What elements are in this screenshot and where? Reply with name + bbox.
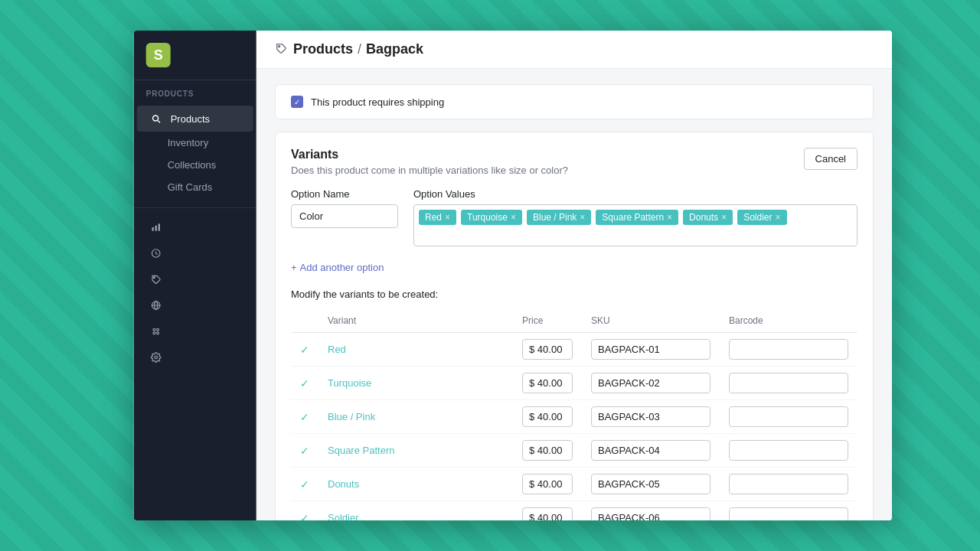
row-sku-1 bbox=[582, 367, 720, 400]
sidebar-item-discounts[interactable] bbox=[137, 266, 253, 292]
table-row: ✓ Soldier bbox=[291, 501, 858, 521]
sku-input-0[interactable] bbox=[591, 339, 710, 360]
variant-link-0[interactable]: Red bbox=[328, 344, 346, 355]
row-check-3: ✓ bbox=[291, 434, 318, 468]
variant-link-4[interactable]: Donuts bbox=[328, 478, 359, 490]
tag-donuts-remove[interactable]: × bbox=[721, 213, 727, 222]
shipping-label: This product requires shipping bbox=[311, 96, 444, 108]
svg-rect-0 bbox=[152, 227, 153, 231]
variant-link-1[interactable]: Turquoise bbox=[328, 377, 371, 389]
row-check-5: ✓ bbox=[291, 501, 318, 521]
inventory-label: Inventory bbox=[168, 137, 208, 148]
row-sku-3 bbox=[582, 434, 720, 468]
variants-table-section: Modify the variants to be created: Varia… bbox=[291, 289, 858, 520]
sidebar-item-analytics[interactable] bbox=[137, 214, 253, 240]
row-barcode-3 bbox=[720, 434, 858, 468]
settings-icon bbox=[149, 350, 163, 364]
tag-input[interactable] bbox=[419, 230, 852, 241]
option-name-input[interactable] bbox=[291, 204, 398, 228]
price-input-0[interactable] bbox=[522, 339, 573, 360]
marketing-icon bbox=[149, 246, 163, 260]
sidebar-item-inventory[interactable]: Inventory bbox=[134, 132, 256, 154]
cancel-button[interactable]: Cancel bbox=[803, 148, 857, 170]
main-content: Products / Bagpack ✓ This product requir… bbox=[256, 31, 892, 520]
barcode-input-4[interactable] bbox=[729, 474, 848, 494]
shipping-check-icon: ✓ bbox=[291, 96, 303, 108]
sidebar-item-marketing[interactable] bbox=[137, 240, 253, 266]
sidebar-item-giftcards[interactable]: Gift Cards bbox=[134, 176, 256, 198]
breadcrumb-current: Bagpack bbox=[366, 41, 423, 57]
price-input-4[interactable] bbox=[522, 474, 573, 494]
tag-red-remove[interactable]: × bbox=[445, 213, 450, 222]
breadcrumb-root[interactable]: Products bbox=[293, 41, 353, 57]
row-sku-4 bbox=[582, 468, 720, 501]
sidebar-nav: Products Inventory Collections Gift Card… bbox=[134, 103, 256, 201]
svg-point-7 bbox=[157, 328, 159, 331]
row-price-3 bbox=[513, 434, 582, 468]
tag-turquoise-remove[interactable]: × bbox=[511, 213, 516, 222]
tag-soldier-remove[interactable]: × bbox=[775, 213, 780, 222]
col-header-check bbox=[291, 309, 318, 333]
price-input-2[interactable] bbox=[522, 406, 573, 427]
tag-blue-pink-remove[interactable]: × bbox=[580, 213, 585, 222]
sidebar-item-collections[interactable]: Collections bbox=[134, 154, 256, 176]
top-bar: Products / Bagpack bbox=[256, 31, 892, 69]
barcode-input-1[interactable] bbox=[729, 373, 848, 393]
tag-turquoise: Turquoise × bbox=[461, 210, 522, 225]
tag-square-pattern: Square Pattern × bbox=[596, 210, 678, 225]
sku-input-2[interactable] bbox=[591, 406, 710, 427]
sku-input-3[interactable] bbox=[591, 440, 710, 461]
sidebar-section-label: PRODUCTS bbox=[134, 80, 256, 103]
shipping-row: ✓ This product requires shipping bbox=[276, 85, 873, 119]
sidebar-item-settings[interactable] bbox=[137, 344, 253, 370]
svg-point-11 bbox=[278, 45, 279, 47]
price-input-5[interactable] bbox=[522, 507, 573, 520]
variants-header-text: Variants Does this product come in multi… bbox=[291, 148, 568, 176]
variants-header: Variants Does this product come in multi… bbox=[291, 148, 858, 176]
sku-input-1[interactable] bbox=[591, 373, 710, 393]
barcode-input-2[interactable] bbox=[729, 406, 848, 427]
row-check-1: ✓ bbox=[291, 367, 318, 400]
option-values-col: Option Values Red × Turquoise × bbox=[413, 188, 858, 246]
variant-link-5[interactable]: Soldier bbox=[328, 512, 358, 520]
tag-donuts: Donuts × bbox=[683, 210, 733, 225]
tag-square-pattern-remove[interactable]: × bbox=[667, 213, 672, 222]
price-input-1[interactable] bbox=[522, 373, 573, 393]
content-area: ✓ This product requires shipping Variant… bbox=[256, 69, 892, 520]
sidebar-item-products[interactable]: Products bbox=[137, 106, 253, 132]
row-check-2: ✓ bbox=[291, 400, 318, 434]
variant-link-2[interactable]: Blue / Pink bbox=[328, 411, 375, 422]
apps-icon bbox=[149, 324, 163, 338]
barcode-input-3[interactable] bbox=[729, 440, 848, 461]
sidebar-item-online-store[interactable] bbox=[137, 292, 253, 318]
tags-container: Red × Turquoise × Blue / Pink × bbox=[413, 204, 858, 246]
sidebar-logo: S bbox=[134, 31, 256, 80]
breadcrumb-separator: / bbox=[358, 41, 361, 57]
variant-link-3[interactable]: Square Pattern bbox=[328, 445, 394, 456]
row-variant-0: Red bbox=[318, 333, 513, 367]
row-price-5 bbox=[513, 501, 582, 521]
svg-rect-2 bbox=[158, 223, 160, 230]
price-input-3[interactable] bbox=[522, 440, 573, 461]
shopify-icon: S bbox=[146, 43, 171, 67]
row-variant-1: Turquoise bbox=[318, 367, 513, 400]
analytics-icon bbox=[149, 220, 163, 234]
tag-red: Red × bbox=[419, 210, 456, 225]
products-label: Products bbox=[171, 113, 210, 125]
search-icon bbox=[149, 112, 163, 126]
row-price-2 bbox=[513, 400, 582, 434]
sidebar-item-apps[interactable] bbox=[137, 318, 253, 344]
sku-input-4[interactable] bbox=[591, 474, 710, 494]
svg-rect-1 bbox=[155, 226, 157, 231]
add-option-button[interactable]: + Add another option bbox=[291, 259, 384, 276]
barcode-input-0[interactable] bbox=[729, 339, 848, 360]
row-check-4: ✓ bbox=[291, 468, 318, 501]
table-row: ✓ Red bbox=[291, 333, 858, 367]
giftcards-label: Gift Cards bbox=[168, 181, 213, 193]
barcode-input-5[interactable] bbox=[729, 507, 848, 520]
svg-point-4 bbox=[153, 277, 155, 279]
col-header-barcode: Barcode bbox=[720, 309, 858, 333]
sku-input-5[interactable] bbox=[591, 507, 710, 520]
row-variant-2: Blue / Pink bbox=[318, 400, 513, 434]
variants-title: Variants bbox=[291, 148, 568, 161]
